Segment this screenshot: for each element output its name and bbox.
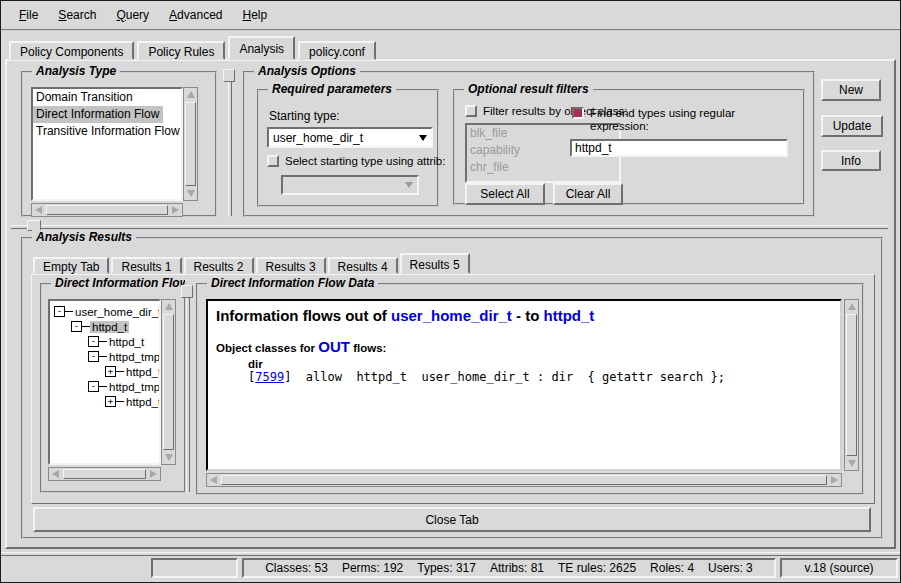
main-panel: Analysis Type Domain TransitionDirect In… <box>5 59 896 549</box>
scroll-left-icon[interactable] <box>207 474 220 486</box>
flow-heading-prefix: Information flows out of <box>216 307 391 324</box>
menu-item-file[interactable]: File <box>9 6 48 24</box>
new-button[interactable]: New <box>821 79 881 101</box>
collapse-icon[interactable]: - <box>54 306 65 317</box>
tab-policy-conf[interactable]: policy.conf <box>298 41 376 60</box>
menu-item-advanced[interactable]: Advanced <box>159 6 232 24</box>
collapse-icon[interactable]: - <box>88 336 99 347</box>
results-content: Direct Information Flow T -user_home_dir… <box>31 274 875 504</box>
collapse-icon[interactable]: - <box>88 381 99 392</box>
flow-tree-hscrollbar[interactable] <box>48 467 161 481</box>
options-sash-handle[interactable] <box>223 69 235 82</box>
scrollbar-thumb[interactable] <box>163 314 174 450</box>
close-tab-button[interactable]: Close Tab <box>33 507 871 532</box>
scroll-right-icon[interactable] <box>828 474 841 486</box>
scrollbar-thumb[interactable] <box>46 205 168 215</box>
tree-node-label[interactable]: httpd_tmp_t <box>107 351 161 363</box>
analysis-type-hscrollbar[interactable] <box>31 203 183 217</box>
analysis-type-vscrollbar[interactable] <box>183 87 198 201</box>
rule-number-link[interactable]: 7599 <box>255 370 284 384</box>
tree-connector <box>116 371 124 372</box>
status-box-version: v.18 (source) <box>780 558 898 578</box>
tree-node-label[interactable]: httpd_t <box>124 396 161 408</box>
menu-item-search[interactable]: Search <box>48 6 106 24</box>
regex-input[interactable] <box>570 139 788 157</box>
tree-node-user-home-dir-t[interactable]: -user_home_dir_t <box>50 304 159 319</box>
results-tab-results-2[interactable]: Results 2 <box>184 257 254 274</box>
tree-node-httpd-t[interactable]: +httpd_t <box>50 394 159 409</box>
attrib-checkbox-row: Select starting type using attrib: <box>267 155 439 168</box>
menu-item-query[interactable]: Query <box>106 6 159 24</box>
scrollbar-thumb[interactable] <box>846 314 857 456</box>
classes-line-suffix: flows: <box>350 342 386 354</box>
tree-connector <box>82 326 90 327</box>
scroll-down-icon[interactable] <box>162 451 175 464</box>
flow-tree[interactable]: -user_home_dir_t-httpd_t-httpd_t-httpd_t… <box>48 299 161 465</box>
results-tab-results-1[interactable]: Results 1 <box>111 257 181 274</box>
scrollbar-thumb[interactable] <box>185 102 196 186</box>
tab-analysis[interactable]: Analysis <box>228 36 295 60</box>
tab-policy-rules[interactable]: Policy Rules <box>137 41 225 60</box>
tree-node-label[interactable]: httpd_t <box>107 336 146 348</box>
select-all-button[interactable]: Select All <box>465 183 545 205</box>
expand-icon[interactable]: + <box>105 366 116 377</box>
scroll-left-icon[interactable] <box>49 468 62 480</box>
stat-users: Users: 3 <box>708 561 753 575</box>
starting-type-combobox[interactable]: user_home_dir_t <box>267 127 433 148</box>
info-button[interactable]: Info <box>821 150 881 171</box>
results-tab-results-3[interactable]: Results 3 <box>256 257 326 274</box>
update-button[interactable]: Update <box>821 115 883 137</box>
results-tab-results-5[interactable]: Results 5 <box>400 253 470 274</box>
clear-all-button[interactable]: Clear All <box>553 183 623 205</box>
tree-node-label[interactable]: httpd_t <box>90 321 129 333</box>
tree-node-httpd-t[interactable]: -httpd_t <box>50 334 159 349</box>
tree-node-label[interactable]: httpd_t <box>124 366 161 378</box>
scroll-down-icon[interactable] <box>845 457 858 470</box>
stat-perms: Perms: 192 <box>342 561 403 575</box>
analysis-type-item-domain-transition[interactable]: Domain Transition <box>33 89 181 106</box>
tree-node-httpd-t[interactable]: +httpd_t <box>50 364 159 379</box>
expand-icon[interactable]: + <box>105 396 116 407</box>
flow-heading-source: user_home_dir_t <box>391 307 512 324</box>
collapse-icon[interactable]: - <box>71 321 82 332</box>
menu-item-help[interactable]: Help <box>232 6 277 24</box>
flow-tree-vscrollbar[interactable] <box>161 299 176 465</box>
scroll-down-icon[interactable] <box>184 187 197 200</box>
tree-node-label[interactable]: httpd_tmpfs_t <box>107 381 161 393</box>
tree-node-httpd-t[interactable]: -httpd_t <box>50 319 159 334</box>
tree-node-httpd-tmpfs-t[interactable]: -httpd_tmpfs_t <box>50 379 159 394</box>
scroll-up-icon[interactable] <box>162 300 175 313</box>
analysis-type-list[interactable]: Domain TransitionDirect Information Flow… <box>31 87 183 201</box>
attrib-checkbox[interactable] <box>267 155 279 167</box>
starting-type-label: Starting type: <box>269 109 340 123</box>
tab-policy-components[interactable]: Policy Components <box>9 41 134 60</box>
tree-data-sash-line <box>186 298 190 492</box>
results-tab-empty-tab[interactable]: Empty Tab <box>33 257 109 274</box>
filter-by-class-checkbox[interactable] <box>465 105 477 117</box>
chevron-down-icon[interactable] <box>415 135 431 141</box>
stat-attribs: Attribs: 81 <box>490 561 544 575</box>
analysis-type-item-transitive-information-flow[interactable]: Transitive Information Flow <box>33 123 181 140</box>
regex-checkbox[interactable] <box>572 107 584 119</box>
flow-data-hscrollbar[interactable] <box>206 473 842 487</box>
scroll-up-icon[interactable] <box>845 300 858 313</box>
tree-node-label[interactable]: user_home_dir_t <box>73 306 161 318</box>
analysis-results-frame: Analysis Results Empty TabResults 1Resul… <box>21 237 883 539</box>
scrollbar-thumb[interactable] <box>221 475 827 485</box>
scroll-left-icon[interactable] <box>32 204 45 216</box>
stat-te-rules: TE rules: 2625 <box>558 561 636 575</box>
scroll-right-icon[interactable] <box>147 468 160 480</box>
object-class-item-chr-file: chr_file <box>467 159 619 176</box>
flow-heading-mid: - to <box>512 307 544 324</box>
tree-data-sash-handle[interactable] <box>181 285 193 298</box>
tree-node-httpd-tmp-t[interactable]: -httpd_tmp_t <box>50 349 159 364</box>
results-tab-results-4[interactable]: Results 4 <box>328 257 398 274</box>
collapse-icon[interactable]: - <box>88 351 99 362</box>
analysis-type-item-direct-information-flow[interactable]: Direct Information Flow <box>33 106 163 123</box>
scroll-right-icon[interactable] <box>169 204 182 216</box>
rule-text: allow httpd_t user_home_dir_t : dir { ge… <box>291 370 724 384</box>
rule-line: [7599] allow httpd_t user_home_dir_t : d… <box>248 370 832 384</box>
scroll-up-icon[interactable] <box>184 88 197 101</box>
flow-data-vscrollbar[interactable] <box>844 299 859 471</box>
scrollbar-thumb[interactable] <box>63 469 146 479</box>
